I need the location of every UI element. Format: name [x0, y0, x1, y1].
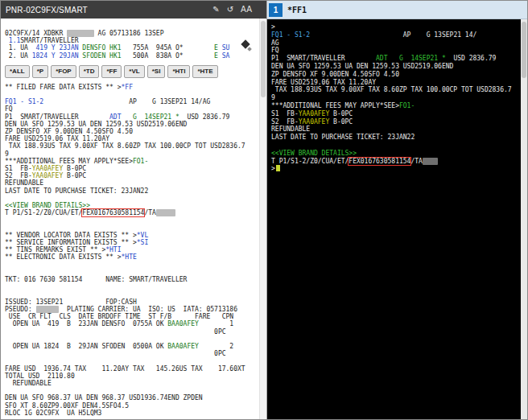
left-scrollbar-thumb[interactable]	[261, 21, 266, 97]
terminal-line	[5, 357, 262, 364]
command-button-ff[interactable]: *FF	[101, 65, 122, 78]
terminal-line: 1. UA 419 Y 23JAN DENSFO HK1 755A 945A O…	[5, 44, 262, 51]
terminal-line: FQ	[5, 105, 262, 113]
pnr-panel-header: PNR-02C9FX/SMART ✎↺AA	[1, 1, 266, 19]
terminal-line	[271, 142, 518, 150]
command-button-all[interactable]: *ALL	[5, 65, 30, 78]
terminal-line: DEN UA SFO 1259.53 UA DEN 1259.53 USD251…	[271, 63, 518, 71]
command-link[interactable]: *VL	[137, 232, 148, 239]
ticket-number-highlight: FEX0167630581154	[349, 158, 410, 165]
terminal-line: ** VENDOR LOCATOR DATA EXISTS ** >*VL	[5, 232, 262, 239]
command-link[interactable]: *FF	[122, 84, 133, 91]
terminal-line: ** TINS REMARKS EXIST ** >*HTI	[5, 246, 262, 253]
terminal-line: RLOC 1G 02C9FX UA H5LQM3	[5, 410, 262, 417]
left-scrollbar[interactable]	[259, 19, 266, 419]
terminal-line: ***ADDITIONAL FEES MAY APPLY*SEE>FO1-	[271, 102, 518, 110]
terminal-line: OPEN UA 1824 B 29JAN SFODEN 0500A OK BAA…	[5, 343, 262, 350]
pnr-summary-text: 02C9FX/14 XDBKR AG 05713186 13SEP 1.1SMA…	[5, 30, 262, 60]
terminal-line: T P1/S1-2/Z0/CUA/ET/FEX0167630581154/TA	[5, 209, 262, 216]
terminal-line: FQ	[271, 47, 518, 55]
command-link[interactable]: FO1-	[133, 158, 148, 165]
terminal-line: PSEUDO: PLATING CARRIER: UA ISO: US IATA…	[5, 306, 262, 313]
terminal-line: REFUNDABLE	[5, 179, 262, 187]
command-buttons: *ALL*P*FOP*TD*FF*VL*SI*HTI*HTE	[5, 65, 262, 78]
terminal-line: REFUNDABLE	[5, 380, 262, 387]
terminal-line	[5, 261, 262, 269]
terminal-line: ** FILED FARE DATA EXISTS ** >*FF	[5, 84, 262, 91]
terminal-line: FARE USD2519.06 TAX 11.20AY	[5, 135, 262, 142]
terminal-header: 1 *FF1	[267, 1, 527, 19]
right-scrollbar-thumb[interactable]	[522, 22, 526, 78]
terminal-line: P1 SMART/TRAVELLER ADT G 14SEP21 * USD 2…	[5, 113, 262, 121]
terminal-line: FQ1 - S1-2 AP G 13SEP21 14/AG	[5, 98, 262, 105]
pnr-header-icons: ✎↺AA	[212, 6, 252, 14]
terminal-line	[5, 91, 262, 98]
terminal-line: S2 FB-YAA0AFEY B-0PC	[271, 118, 518, 126]
font-size-icon[interactable]: AA	[241, 6, 252, 14]
terminal-line: ISSUED: 13SEP21 FOP:CASH	[5, 299, 262, 306]
command-button-hte[interactable]: *HTE	[192, 65, 217, 78]
terminal-line	[5, 283, 262, 290]
command-button-hti[interactable]: *HTI	[167, 65, 190, 78]
terminal-line	[5, 336, 262, 343]
terminal-line: FARE USD2519.06 TAX 11.20AY	[271, 79, 518, 87]
terminal-tab-number[interactable]: 1	[269, 3, 283, 17]
command-link[interactable]: *SI	[137, 239, 148, 246]
command-button-fop[interactable]: *FOP	[51, 65, 76, 78]
terminal-line: DEN UA SFO 968.37 UA DEN 968.37 USD1936.…	[5, 394, 262, 401]
terminal-line: TKT: 016 7630 581154 NAME: SMART/TRAVELL…	[5, 276, 262, 283]
terminal-line: LAST DATE TO PURCHASE TICKET: 23JAN22	[271, 134, 518, 142]
terminal-line	[5, 216, 262, 224]
terminal-line: ** SERVICE INFORMATION EXISTS ** >*SI	[5, 239, 262, 246]
terminal-line: S1 FB-YAA0AFEY B-0PC	[271, 110, 518, 118]
terminal-line: <<VIEW BRAND DETAILS>>	[271, 150, 518, 158]
history-icon[interactable]: ↺	[227, 6, 233, 14]
ticket-number-highlight: FEX0167630581154	[82, 209, 144, 216]
command-link[interactable]: *HTE	[122, 253, 137, 261]
terminal-line: ***ADDITIONAL FEES MAY APPLY*SEE>FO1-	[5, 158, 262, 165]
terminal-line: ZP DENSFO XF 9.00DEN 4.50SFO 4.50	[5, 128, 262, 135]
terminal-line: >	[271, 165, 518, 173]
terminal-line	[5, 387, 262, 394]
terminal-line: OPEN UA 419 B 23JAN DENSFO 0755A OK BAA0…	[5, 320, 262, 327]
command-button-vl[interactable]: *VL	[124, 65, 144, 78]
terminal-line: S1 FB-YAA0AFEY B-0PC	[5, 165, 262, 172]
terminal-screen[interactable]: >FQ1 - S1-2 AP G 13SEP21 14/AGFQP1 SMART…	[267, 19, 527, 419]
command-link[interactable]: *HTI	[105, 246, 121, 253]
command-button-p[interactable]: *P	[32, 65, 48, 78]
terminal-line: SFO XT 8.60ZP9.00XF DEN4.5SFO4.5	[5, 402, 262, 410]
command-button-si[interactable]: *SI	[147, 65, 166, 78]
pnr-body: 02C9FX/14 XDBKR AG 05713186 13SEP 1.1SMA…	[1, 19, 266, 419]
command-link[interactable]: <<VIEW BRAND DETAILS>>	[5, 202, 90, 209]
terminal-line: FARE USD 1936.74 TAX 11.20AY TAX 145.26U…	[5, 365, 262, 373]
terminal-line: 0PC	[5, 328, 262, 336]
edit-icon[interactable]: ✎	[212, 6, 219, 14]
terminal-line: 9	[271, 94, 518, 102]
right-scrollbar[interactable]	[521, 19, 527, 419]
terminal-line: TAX 188.93US TAX 9.00XF TAX 8.60ZP TAX 1…	[5, 142, 262, 150]
pnr-detail-text: ** FILED FARE DATA EXISTS ** >*FF FQ1 - …	[5, 84, 262, 417]
terminal-line	[5, 291, 262, 299]
pnr-title: PNR-02C9FX/SMART	[6, 6, 212, 14]
terminal-line: REFUNDABLE	[271, 126, 518, 134]
terminal-tab-title: *FF1	[287, 6, 307, 14]
terminal-line: LAST DATE TO PURCHASE TICKET: 23JAN22	[5, 187, 262, 195]
terminal-line: >	[271, 23, 518, 31]
terminal-line: ** ELECTRONIC DATA EXISTS ** >*HTE	[5, 253, 262, 261]
terminal-cursor	[276, 165, 280, 171]
terminal-line: FQ1 - S1-2 AP G 13SEP21 14/	[271, 31, 518, 39]
terminal-line: TOTAL USD 2110.80	[5, 373, 262, 380]
terminal-line: 2. UA 1824 Y 29JAN SFODEN HK1 500A 838A …	[5, 52, 262, 60]
terminal-line: ZP DENSFO XF 9.00DEN 4.50SFO 4.50	[271, 71, 518, 79]
terminal-output: >FQ1 - S1-2 AP G 13SEP21 14/AGFQP1 SMART…	[267, 19, 527, 173]
terminal-line: DEN UA SFO 1259.53 UA DEN 1259.53 USD251…	[5, 121, 262, 128]
terminal-line: 1.1SMART/TRAVELLER	[5, 37, 262, 44]
terminal-line: <<VIEW BRAND DETAILS>>	[5, 202, 262, 209]
command-button-td[interactable]: *TD	[79, 65, 100, 78]
terminal-line: USE CR FLT CLS DATE BRDOFF TIME ST F/B F…	[5, 313, 262, 320]
redacted-text	[156, 209, 175, 216]
terminal-line	[5, 269, 262, 276]
app-window: PNR-02C9FX/SMART ✎↺AA 02C9FX/14 XDBKR AG…	[0, 0, 528, 420]
redacted-text	[36, 306, 60, 313]
terminal-panel: 1 *FF1 >FQ1 - S1-2 AP G 13SEP21 14/AGFQP…	[267, 1, 527, 419]
